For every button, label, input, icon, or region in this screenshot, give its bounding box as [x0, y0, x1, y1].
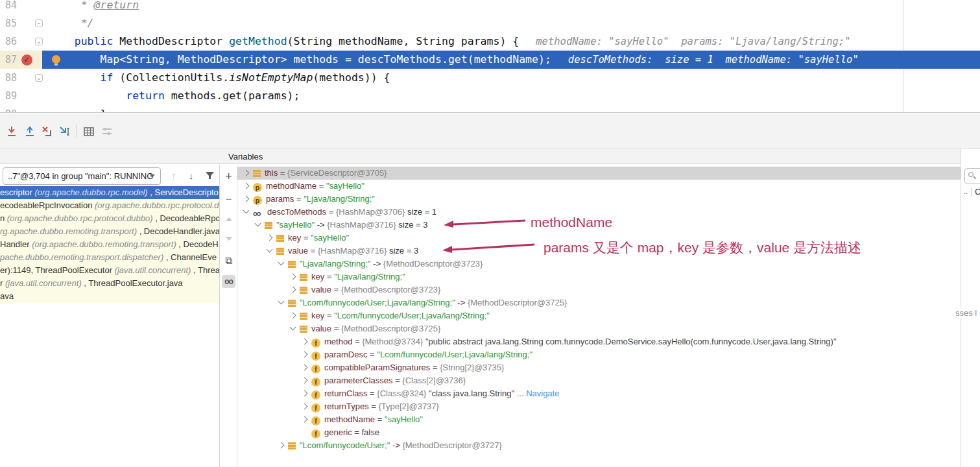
line-number: 89 — [5, 87, 17, 105]
move-watch-down-button[interactable] — [222, 232, 235, 245]
step-out-button[interactable] — [23, 125, 36, 138]
editor-gutter[interactable]: 85− — [0, 14, 42, 32]
chevron-right-icon[interactable] — [243, 183, 250, 189]
code-line[interactable]: 87 Map<String, MethodDescriptor> methods… — [0, 51, 980, 69]
code-line-body[interactable]: return methods.get(params); — [42, 87, 980, 105]
variable-row[interactable]: "Lcom/funnycode/User;Ljava/lang/String;"… — [237, 296, 961, 309]
code-line-body[interactable]: public MethodDescriptor getMethod(String… — [42, 32, 980, 51]
step-into-button[interactable] — [5, 125, 18, 138]
remove-watch-button[interactable]: − — [222, 193, 235, 206]
code-line-body[interactable]: */ — [42, 14, 980, 32]
stack-frame-row[interactable]: n (org.apache.dubbo.rpc.protocol.dubbo) … — [0, 212, 220, 225]
code-text: Map<String, MethodDescriptor> methods = … — [49, 51, 859, 69]
variable-row[interactable]: fcompatibleParamSignatures = {String[2]@… — [237, 361, 961, 374]
stack-frame-row[interactable]: pache.dubbo.remoting.transport.dispatche… — [0, 251, 220, 264]
chevron-right-icon[interactable] — [302, 403, 308, 410]
thread-selector-dropdown[interactable]: ..7"@3,704 in group "main": RUNNING — [3, 167, 161, 185]
variable-row[interactable]: pmethodName = "sayHello" — [237, 180, 961, 193]
variable-row[interactable]: pparams = "Ljava/lang/String;" — [237, 193, 961, 206]
run-to-cursor-button[interactable] — [58, 125, 71, 138]
variable-row[interactable]: fparameterClasses = {Class[2]@3736} — [237, 374, 961, 387]
duplicate-watch-button[interactable]: ⧉ — [222, 254, 235, 267]
editor-gutter[interactable]: 84 — [0, 0, 42, 14]
chevron-right-icon[interactable] — [278, 442, 285, 449]
line-number: 86 — [5, 32, 17, 51]
show-watches-toggle[interactable]: oo — [222, 275, 235, 288]
code-line[interactable]: 85− */ — [0, 14, 980, 32]
code-line[interactable]: 90 } — [0, 105, 980, 113]
stack-frame-row[interactable]: ecodeableRpcInvocation (org.apache.dubbo… — [0, 199, 220, 212]
add-watch-button[interactable]: + — [222, 170, 235, 183]
breakpoint-icon[interactable] — [21, 54, 32, 66]
chevron-right-icon[interactable] — [302, 352, 308, 358]
next-frame-button[interactable]: ↓ — [189, 170, 194, 181]
variable-row[interactable]: value = {MethodDescriptor@3725} — [237, 322, 961, 335]
stack-frame-row[interactable]: Handler (org.apache.dubbo.remoting.trans… — [0, 238, 220, 251]
stack-frame-row[interactable]: escriptor (org.apache.dubbo.rpc.model) ,… — [0, 186, 220, 199]
code-line[interactable]: 84 * @return — [0, 0, 980, 14]
field-icon: f — [311, 339, 320, 348]
chevron-down-icon[interactable] — [290, 324, 296, 331]
code-line-body[interactable]: } — [42, 105, 980, 113]
chevron-down-icon[interactable] — [278, 298, 285, 305]
variable-row[interactable]: fgeneric = false — [237, 426, 961, 439]
editor-gutter[interactable]: 90 — [0, 105, 42, 113]
editor-gutter[interactable]: 86⌄ — [0, 32, 42, 51]
value-icon — [288, 442, 296, 449]
code-editor[interactable]: 84 * @return85− */86⌄ public MethodDescr… — [0, 0, 980, 113]
chevron-right-icon[interactable] — [290, 313, 296, 319]
chevron-down-icon[interactable] — [267, 246, 273, 253]
chevron-right-icon[interactable] — [290, 274, 296, 280]
variable-row[interactable]: freturnTypes = {Type[2]@3737} — [237, 400, 961, 413]
code-line[interactable]: 89 return methods.get(params); — [0, 87, 980, 105]
panel-header-band: Variables Mer — [0, 149, 980, 164]
chevron-down-icon[interactable] — [278, 259, 285, 266]
navigate-link[interactable]: Navigate — [526, 389, 559, 398]
previous-frame-button[interactable]: ↑ — [171, 170, 176, 181]
variable-row[interactable]: this = {ServiceDescriptor@3705} — [237, 167, 961, 180]
editor-gutter[interactable]: 89 — [0, 87, 42, 105]
chevron-right-icon[interactable] — [302, 339, 308, 345]
chevron-right-icon[interactable] — [267, 235, 273, 241]
drop-frame-button[interactable] — [40, 125, 53, 138]
code-line-body[interactable]: * @return — [42, 0, 980, 14]
layout-settings-button[interactable] — [101, 125, 114, 138]
chevron-right-icon[interactable] — [302, 390, 308, 397]
chevron-down-icon[interactable] — [243, 208, 250, 214]
variable-row[interactable]: fmethodName = "sayHello" — [237, 413, 961, 426]
chevron-right-icon[interactable] — [302, 377, 308, 384]
variable-row[interactable]: fparamDesc = "Lcom/funnycode/User;Ljava/… — [237, 348, 961, 361]
chevron-down-icon[interactable] — [255, 221, 261, 227]
variable-row[interactable]: "Ljava/lang/String;" -> {MethodDescripto… — [237, 257, 961, 270]
chevron-right-icon[interactable] — [290, 287, 296, 293]
move-watch-up-button[interactable] — [222, 213, 235, 226]
code-line-body[interactable]: Map<String, MethodDescriptor> methods = … — [42, 51, 980, 69]
stack-frame-row[interactable]: ava — [0, 290, 220, 303]
editor-gutter[interactable]: 87 — [0, 51, 42, 69]
variable-row[interactable]: value = {MethodDescriptor@3723} — [237, 283, 961, 296]
variable-row[interactable]: freturnClass = {Class@324} "class java.l… — [237, 387, 961, 400]
stack-frames-list: escriptor (org.apache.dubbo.rpc.model) ,… — [0, 186, 220, 304]
line-number: 88 — [5, 69, 17, 87]
variable-row[interactable]: key = "Ljava/lang/String;" — [237, 270, 961, 283]
chevron-right-icon[interactable] — [243, 170, 250, 176]
code-text: */ — [49, 14, 94, 32]
value-icon — [300, 313, 307, 320]
chevron-right-icon[interactable] — [302, 365, 308, 371]
variable-row[interactable]: key = "Lcom/funnycode/User;Ljava/lang/St… — [237, 309, 961, 322]
variable-row[interactable]: "Lcom/funnycode/User;" -> {MethodDescrip… — [237, 439, 961, 452]
filter-frames-icon[interactable] — [205, 171, 215, 180]
editor-gutter[interactable]: 88⌄ — [0, 69, 42, 87]
code-line-body[interactable]: if (CollectionUtils.isNotEmptyMap(method… — [42, 69, 980, 87]
field-icon: f — [311, 352, 320, 361]
code-line[interactable]: 86⌄ public MethodDescriptor getMethod(St… — [0, 32, 980, 51]
stack-frame-row[interactable]: r (java.util.concurrent) , ThreadPoolExe… — [0, 277, 220, 290]
chevron-right-icon[interactable] — [243, 196, 250, 202]
stack-frame-row[interactable]: rg.apache.dubbo.remoting.transport) , De… — [0, 225, 220, 238]
value-icon — [300, 326, 307, 333]
code-line[interactable]: 88⌄ if (CollectionUtils.isNotEmptyMap(me… — [0, 69, 980, 87]
chevron-right-icon[interactable] — [302, 416, 308, 423]
stack-frame-row[interactable]: er):1149, ThreadPoolExecutor (java.util.… — [0, 264, 220, 277]
variable-row[interactable]: fmethod = {Method@3734} "public abstract… — [237, 335, 961, 348]
view-as-table-button[interactable] — [82, 125, 95, 138]
